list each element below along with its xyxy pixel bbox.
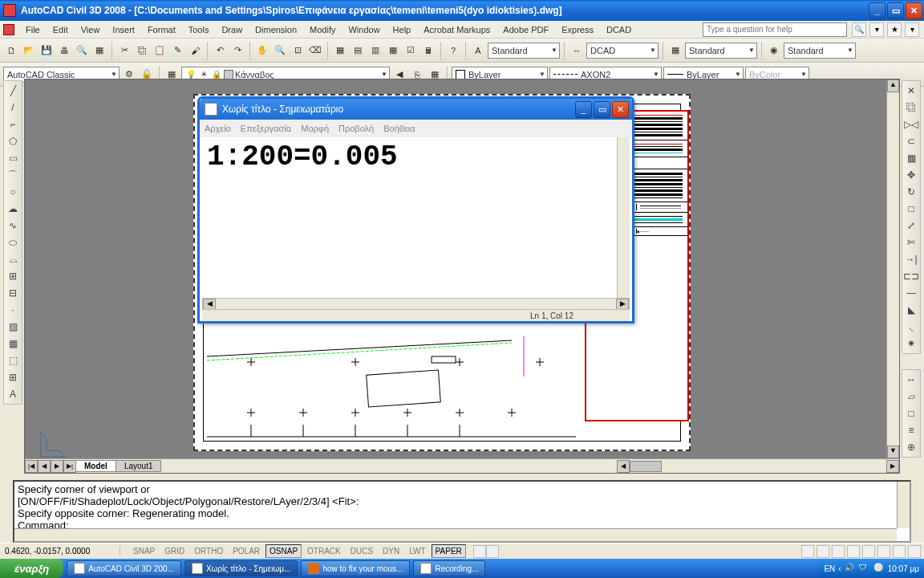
hscroll-right-icon[interactable]: ▶ (886, 460, 899, 473)
mirror-icon[interactable]: ▷◁ (903, 116, 919, 132)
match-icon[interactable]: ✎ (169, 43, 185, 59)
notepad-close-button[interactable]: ✕ (612, 101, 629, 118)
tool-palettes-icon[interactable]: ▥ (367, 43, 383, 59)
tray-expand-icon[interactable]: ‹ (838, 564, 841, 573)
ducs-toggle[interactable]: DUCS (346, 544, 377, 558)
fillet-icon[interactable]: ◟ (903, 319, 919, 335)
ellipse-arc-icon[interactable]: ⌓ (5, 251, 21, 267)
region-icon[interactable]: ⬚ (5, 352, 21, 368)
ortho-toggle[interactable]: ORTHO (190, 544, 227, 558)
table-icon[interactable]: ⊞ (5, 369, 21, 385)
paste-icon[interactable]: 📋 (152, 43, 168, 59)
star-icon[interactable]: ★ (887, 22, 902, 37)
drawing-vscroll[interactable]: ▲ ▼ (886, 79, 899, 458)
menu-adobe-pdf[interactable]: Adobe PDF (496, 23, 555, 36)
open-icon[interactable]: 📂 (21, 43, 37, 59)
search-dropdown-icon[interactable]: 🔍 (852, 22, 866, 37)
tab-prev-icon[interactable]: ◀ (38, 460, 51, 473)
erase-icon[interactable]: ✕ (903, 83, 919, 99)
dropdown-icon[interactable]: ▾ (905, 22, 919, 37)
stretch-icon[interactable]: ⤢ (903, 218, 919, 234)
textstyle-icon[interactable]: A (470, 43, 486, 59)
spline-icon[interactable]: ∿ (5, 218, 21, 234)
tab-last-icon[interactable]: ▶| (63, 460, 76, 473)
ellipse-icon[interactable]: ⬭ (5, 234, 21, 250)
start-button[interactable]: έναρξη (0, 559, 63, 578)
markup-icon[interactable]: ☑ (403, 43, 419, 59)
notepad-menu-format[interactable]: Μορφή (301, 124, 329, 133)
polar-toggle[interactable]: POLAR (229, 544, 264, 558)
make-block-icon[interactable]: ⊟ (5, 285, 21, 301)
command-line[interactable]: Specify corner of viewport or [ON/OFF/Fi… (13, 480, 911, 543)
cmd-hscroll[interactable] (14, 528, 897, 541)
hscroll-left-icon[interactable]: ◀ (617, 460, 630, 473)
text-style-combo[interactable]: Standard (488, 43, 560, 59)
rectangle-icon[interactable]: ▭ (5, 150, 21, 166)
calc-icon[interactable]: 🖩 (420, 43, 436, 59)
grid-toggle[interactable]: GRID (160, 544, 188, 558)
revcloud-icon[interactable]: ☁ (5, 201, 21, 217)
menu-modify[interactable]: Modify (303, 23, 342, 36)
help-search-input[interactable] (703, 22, 847, 37)
tab-next-icon[interactable]: ▶ (51, 460, 63, 473)
notepad-minimize-button[interactable]: _ (575, 101, 592, 118)
zoom-window-icon[interactable]: ⊡ (290, 43, 306, 59)
publish-icon[interactable]: ▦ (91, 43, 107, 59)
menu-dcad[interactable]: DCAD (600, 23, 638, 36)
mass-icon[interactable]: □ (903, 405, 919, 421)
mleader-style-combo[interactable]: Standard (784, 43, 856, 59)
taskbar-item-autocad[interactable]: AutoCAD Civil 3D 200... (67, 560, 181, 576)
distance-icon[interactable]: ↔ (903, 372, 919, 388)
notepad-titlebar[interactable]: Χωρίς τίτλο - Σημειωματάριο _ ▭ ✕ (200, 99, 632, 120)
move-icon[interactable]: ✥ (903, 167, 919, 183)
chamfer-icon[interactable]: ◣ (903, 302, 919, 318)
tray-icon-3[interactable]: ⚪ (873, 563, 885, 574)
notepad-menu-edit[interactable]: Επεξεργασία (241, 124, 291, 133)
mleaderstyle-icon[interactable]: ◉ (766, 43, 782, 59)
minimize-button[interactable]: _ (869, 2, 886, 19)
close-button[interactable]: ✕ (906, 2, 922, 19)
dim-style-combo[interactable]: DCAD (586, 43, 659, 59)
dyn-toggle[interactable]: DYN (379, 544, 403, 558)
notepad-hscroll-right-icon[interactable]: ▶ (616, 299, 629, 310)
tab-first-icon[interactable]: |◀ (25, 460, 38, 473)
array-icon[interactable]: ▦ (903, 150, 919, 166)
sheet-set-icon[interactable]: ▦ (385, 43, 401, 59)
maximize-viewport-icon[interactable] (486, 545, 499, 558)
menu-window[interactable]: Window (342, 23, 386, 36)
status-icon-4[interactable] (847, 545, 860, 558)
rotate-icon[interactable]: ↻ (903, 184, 919, 200)
tab-model[interactable]: Model (75, 460, 116, 472)
table-style-combo[interactable]: Standard (685, 43, 757, 59)
plot-icon[interactable]: 🖶 (56, 43, 72, 59)
copy-icon[interactable]: ⿻ (134, 43, 150, 59)
notepad-menu-file[interactable]: Αρχείο (205, 124, 231, 133)
notepad-vscroll[interactable] (617, 137, 630, 300)
menu-view[interactable]: View (75, 23, 107, 36)
taskbar-item-notepad[interactable]: Χωρίς τίτλο - Σημειωμ... (184, 560, 298, 576)
list-icon[interactable]: ≡ (903, 422, 919, 438)
taskbar-item-recording[interactable]: Recording... (413, 560, 485, 576)
tray-icon-1[interactable]: 🔊 (845, 563, 856, 574)
status-icon-6[interactable] (877, 545, 890, 558)
preview-icon[interactable]: 🔍 (74, 43, 90, 59)
save-icon[interactable]: 💾 (38, 43, 55, 59)
clock[interactable]: 10:07 μμ (888, 564, 919, 573)
cut-icon[interactable]: ✂ (116, 43, 132, 59)
language-indicator[interactable]: EN (824, 564, 835, 573)
notepad-menu-view[interactable]: Προβολή (338, 124, 374, 133)
menu-tools[interactable]: Tools (182, 23, 216, 36)
line-icon[interactable]: ╱ (5, 83, 21, 99)
gradient-icon[interactable]: ▦ (5, 336, 21, 352)
status-icon-1[interactable] (801, 545, 814, 558)
design-center-icon[interactable]: ▤ (350, 43, 366, 59)
cmd-vscroll[interactable] (897, 482, 910, 528)
trim-icon[interactable]: ✄ (903, 234, 919, 250)
arc-icon[interactable]: ⌒ (5, 167, 21, 183)
menu-edit[interactable]: Edit (47, 23, 75, 36)
menu-draw[interactable]: Draw (215, 23, 249, 36)
sort-icon[interactable]: ▾ (869, 22, 884, 37)
status-icon-2[interactable] (817, 545, 829, 558)
status-icon-7[interactable] (893, 545, 906, 558)
menu-insert[interactable]: Insert (106, 23, 141, 36)
